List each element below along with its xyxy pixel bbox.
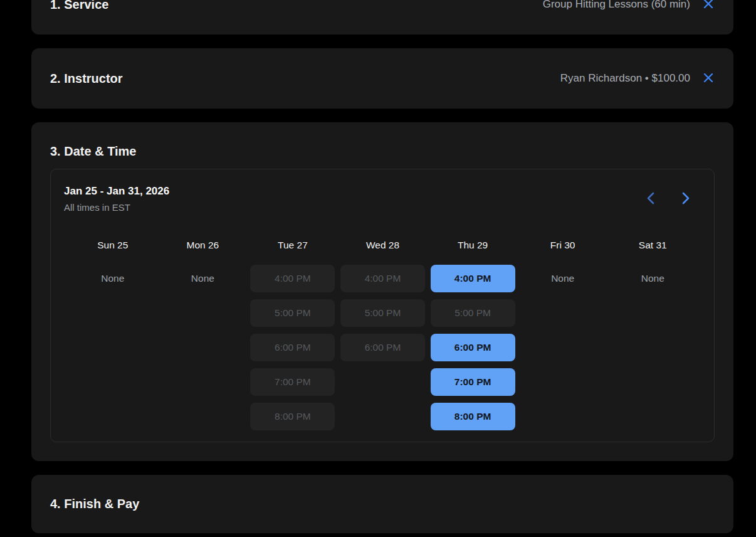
chevron-right-icon	[678, 191, 692, 207]
datetime-section-title: 3. Date & Time	[50, 143, 715, 160]
remove-instructor-button[interactable]	[701, 71, 716, 86]
day-column: Sat 31None	[607, 239, 698, 430]
time-slot-button: 5:00 PM	[340, 299, 425, 327]
day-slot-list: 4:00 PM5:00 PM6:00 PM7:00 PM8:00 PM	[250, 265, 335, 430]
timezone-note: All times in EST	[64, 201, 169, 213]
week-range-label: Jan 25 - Jan 31, 2026	[64, 184, 169, 198]
time-slot-button[interactable]: 4:00 PM	[431, 265, 515, 292]
time-slot-button: 8:00 PM	[250, 403, 335, 430]
finish-section-title: 4. Finish & Pay	[50, 496, 139, 513]
day-header: Wed 28	[366, 239, 399, 251]
day-column: Fri 30None	[518, 239, 608, 430]
day-column: Tue 274:00 PM5:00 PM6:00 PM7:00 PM8:00 P…	[248, 239, 338, 430]
instructor-section-card: 2. Instructor Ryan Richardson • $100.00	[31, 48, 733, 109]
no-availability-label: None	[191, 265, 214, 292]
day-column: Wed 284:00 PM5:00 PM6:00 PM	[338, 239, 428, 430]
time-slot-button: 7:00 PM	[250, 368, 335, 396]
time-slot-button[interactable]: 7:00 PM	[431, 368, 515, 396]
datetime-section-card: 3. Date & Time Jan 25 - Jan 31, 2026 All…	[31, 122, 733, 461]
close-icon	[702, 0, 715, 12]
day-header: Mon 26	[187, 239, 219, 251]
close-icon	[702, 72, 715, 86]
day-slot-list: None	[551, 265, 574, 292]
day-header: Thu 29	[458, 239, 488, 251]
day-column: Sun 25None	[68, 239, 158, 430]
day-header: Tue 27	[278, 239, 308, 251]
day-header: Sun 25	[97, 239, 128, 251]
time-slot-button[interactable]: 8:00 PM	[431, 403, 515, 430]
day-slot-list: None	[641, 265, 664, 292]
time-slot-button: 4:00 PM	[250, 265, 335, 292]
day-slot-list: 4:00 PM5:00 PM6:00 PM	[340, 265, 425, 361]
instructor-section-title: 2. Instructor	[50, 70, 123, 87]
service-section-title: 1. Service	[50, 0, 108, 13]
day-slot-list: None	[101, 265, 124, 292]
no-availability-label: None	[551, 265, 574, 292]
time-slot-button: 5:00 PM	[250, 299, 335, 327]
no-availability-label: None	[101, 265, 124, 292]
calendar-panel: Jan 25 - Jan 31, 2026 All times in EST S…	[50, 169, 715, 442]
day-column: Mon 26None	[158, 239, 248, 430]
time-slot-button: 6:00 PM	[250, 334, 335, 361]
day-header: Sat 31	[639, 239, 667, 251]
time-slot-button: 4:00 PM	[340, 265, 425, 292]
week-grid: Sun 25NoneMon 26NoneTue 274:00 PM5:00 PM…	[64, 239, 701, 430]
time-slot-button: 5:00 PM	[431, 299, 515, 327]
time-slot-button[interactable]: 6:00 PM	[431, 334, 515, 361]
finish-section-card: 4. Finish & Pay	[31, 475, 733, 533]
day-slot-list: None	[191, 265, 214, 292]
day-header: Fri 30	[550, 239, 575, 251]
previous-week-button[interactable]	[643, 190, 660, 208]
selected-instructor-value: Ryan Richardson • $100.00	[560, 72, 690, 85]
chevron-left-icon	[644, 191, 658, 207]
remove-service-button[interactable]	[701, 0, 716, 12]
day-column: Thu 294:00 PM5:00 PM6:00 PM7:00 PM8:00 P…	[428, 239, 518, 430]
time-slot-button: 6:00 PM	[340, 334, 425, 361]
next-week-button[interactable]	[676, 190, 694, 208]
no-availability-label: None	[641, 265, 664, 292]
day-slot-list: 4:00 PM5:00 PM6:00 PM7:00 PM8:00 PM	[431, 265, 515, 430]
selected-service-value: Group Hitting Lessons (60 min)	[543, 0, 690, 11]
service-section-card: 1. Service Group Hitting Lessons (60 min…	[31, 0, 733, 35]
